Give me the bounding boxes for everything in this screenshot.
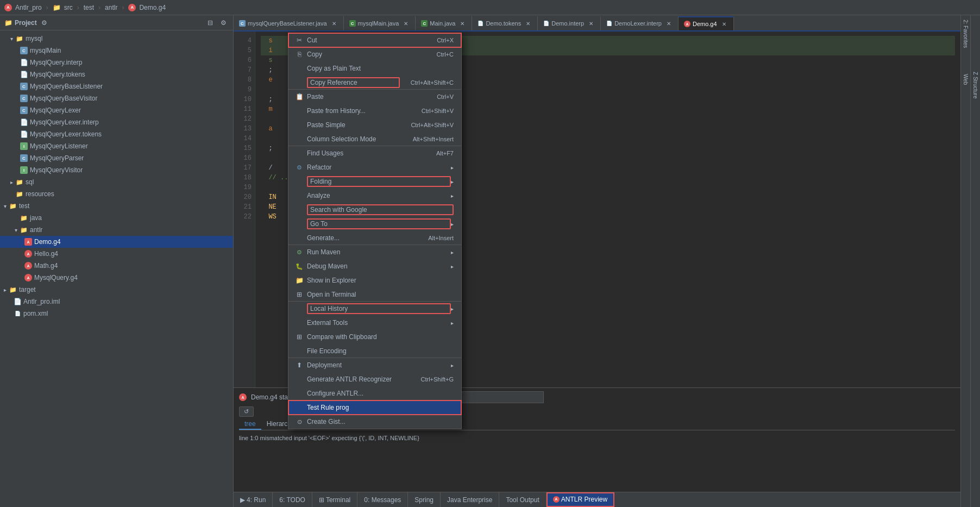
menu-item-search-google[interactable]: Search with Google	[288, 203, 461, 217]
menu-item-copy-reference[interactable]: Copy Reference Ctrl+Alt+Shift+C	[288, 76, 461, 90]
menu-item-compare-clipboard[interactable]: ⊞ Compare with Clipboard	[288, 330, 461, 344]
tree-item-target[interactable]: ▸ 📁 target	[0, 284, 233, 296]
menu-item-run-maven[interactable]: ⚙ Run Maven ▸	[288, 245, 461, 259]
tab-mysqlquerybaselistener[interactable]: C mysqlQueryBaseListener.java ✕	[234, 16, 344, 30]
run-icon: ▶	[240, 496, 245, 504]
show-explorer-label: Show in Explorer	[307, 277, 454, 284]
tree-item-antlr[interactable]: ▾ 📁 antlr	[0, 224, 233, 236]
menu-item-analyze[interactable]: Analyze ▸	[288, 189, 461, 203]
tree-item-resources[interactable]: 📁 resources	[0, 188, 233, 200]
menu-item-column-select[interactable]: Column Selection Mode Alt+Shift+Insert	[288, 132, 461, 146]
menu-item-paste[interactable]: 📋 Paste Ctrl+V	[288, 90, 461, 104]
refresh-button[interactable]: ↺	[239, 406, 254, 417]
tree-item-mysqlquery-tokens[interactable]: 📄 MysqlQuery.tokens	[0, 68, 233, 80]
separator-3: ›	[98, 4, 100, 11]
tree-item-mysql[interactable]: ▾ 📁 mysql	[0, 33, 233, 45]
tree-item-mysqlqueryvisitor[interactable]: I MysqlQueryVisitor	[0, 164, 233, 176]
menu-item-paste-simple[interactable]: Paste Simple Ctrl+Alt+Shift+V	[288, 118, 461, 132]
parse-tree-tab-tree[interactable]: tree	[239, 419, 261, 430]
tree-item-mysqlquerylistener[interactable]: I MysqlQueryListener	[0, 140, 233, 152]
tab-main[interactable]: C Main.java ✕	[416, 16, 472, 30]
settings-icon[interactable]: ⚙	[218, 17, 229, 28]
menu-item-copy[interactable]: ⎘ Copy Ctrl+C	[288, 47, 461, 61]
tree-item-mysqlquery-g4[interactable]: A MysqlQuery.g4	[0, 272, 233, 284]
tree-item-test[interactable]: ▾ 📁 test	[0, 200, 233, 212]
favorites-label[interactable]: 2: Favorites	[962, 17, 970, 50]
menu-item-show-explorer[interactable]: 📁 Show in Explorer	[288, 273, 461, 287]
tree-item-mysqlmain[interactable]: C mysqlMain	[0, 45, 233, 57]
tree-item-mysqlquerylexer-interp[interactable]: 📄 MysqlQueryLexer.interp	[0, 116, 233, 128]
tree-item-mysqlquerylexer[interactable]: C MysqlQueryLexer	[0, 104, 233, 116]
menu-item-folding[interactable]: Folding ▸	[288, 174, 461, 189]
bottom-tab-spring[interactable]: Spring	[408, 492, 441, 507]
bottom-tab-java-enterprise[interactable]: Java Enterprise	[441, 492, 499, 507]
tab-close-3[interactable]: ✕	[458, 20, 466, 27]
refactor-label: Refactor	[307, 164, 449, 171]
bottom-tab-antlr-preview[interactable]: A ANTLR Preview	[546, 492, 614, 507]
tokens-icon: 📄	[20, 70, 28, 79]
tree-item-pom-xml[interactable]: 📄 pom.xml	[0, 308, 233, 320]
run-maven-arrow: ▸	[451, 249, 454, 255]
tab-close-7[interactable]: ✕	[720, 20, 728, 28]
tab-demo-tokens[interactable]: 📄 Demo.tokens ✕	[472, 16, 538, 30]
generate-antlr-label: Generate ANTLR Recognizer	[307, 375, 410, 383]
menu-item-create-gist[interactable]: ⊙ Create Gist...	[288, 415, 461, 429]
menu-item-test-rule[interactable]: Test Rule prog	[288, 400, 461, 415]
java-enterprise-label: Java Enterprise	[447, 496, 492, 504]
chevron-antlr: ▾	[13, 227, 18, 233]
menu-item-file-encoding[interactable]: File Encoding	[288, 344, 461, 358]
menu-item-deployment[interactable]: ⬆ Deployment ▸	[288, 358, 461, 372]
menu-item-goto[interactable]: Go To ▸	[288, 217, 461, 231]
test-label: test	[84, 4, 94, 11]
tree-item-hello-g4[interactable]: A Hello.g4	[0, 248, 233, 260]
tab-close-4[interactable]: ✕	[524, 20, 532, 27]
structure-label[interactable]: Z Structure	[971, 70, 979, 101]
tab-mysqlmain[interactable]: C mysqlMain.java ✕	[344, 16, 416, 30]
menu-item-open-terminal[interactable]: ⊞ Open in Terminal	[288, 287, 461, 302]
tab-demo-interp[interactable]: 📄 Demo.interp ✕	[538, 16, 601, 30]
tab-close-1[interactable]: ✕	[330, 20, 338, 27]
menu-item-local-history[interactable]: Local History ▸	[288, 302, 461, 316]
menu-item-paste-history[interactable]: Paste from History... Ctrl+Shift+V	[288, 104, 461, 118]
tree-item-mysqlquerybasevisitor[interactable]: C MysqlQueryBaseVisitor	[0, 92, 233, 104]
tree-item-antlr-iml[interactable]: 📄 Antlr_pro.iml	[0, 296, 233, 308]
messages-label: 0: Messages	[364, 496, 401, 504]
tab-demo-g4[interactable]: A Demo.g4 ✕	[679, 16, 734, 30]
bottom-tab-run[interactable]: ▶ 4: Run	[234, 492, 273, 507]
cog-icon[interactable]: ⚙	[39, 17, 50, 28]
menu-item-generate-antlr[interactable]: Generate ANTLR Recognizer Ctrl+Shift+G	[288, 372, 461, 386]
run-maven-label: Run Maven	[307, 248, 449, 256]
collapse-icon[interactable]: ⊟	[205, 17, 216, 28]
web-label[interactable]: Web	[962, 72, 970, 87]
bottom-tab-todo[interactable]: 6: TODO	[273, 492, 312, 507]
menu-item-generate[interactable]: Generate... Alt+Insert	[288, 231, 461, 245]
bottom-tab-terminal[interactable]: ⊞ Terminal	[312, 492, 357, 507]
tab-demolexer-interp[interactable]: 📄 DemoLexer.interp ✕	[601, 16, 679, 30]
menu-item-find-usages[interactable]: Find Usages Alt+F7	[288, 146, 461, 160]
tree-item-sql[interactable]: ▸ 📁 sql	[0, 176, 233, 188]
tree-item-math-g4[interactable]: A Math.g4	[0, 260, 233, 272]
tab-close-5[interactable]: ✕	[587, 20, 595, 27]
menu-item-configure-antlr[interactable]: Configure ANTLR...	[288, 386, 461, 400]
tree-item-mysqlquerybaselistener[interactable]: C MysqlQueryBaseListener	[0, 80, 233, 92]
todo-label: 6: TODO	[279, 496, 305, 504]
antlr-preview-tab-icon: A	[553, 496, 560, 503]
tree-item-mysqlquery-interp[interactable]: 📄 MysqlQuery.interp	[0, 57, 233, 68]
menu-item-external-tools[interactable]: External Tools ▸	[288, 316, 461, 330]
spring-label: Spring	[414, 496, 434, 504]
tab-bar: C mysqlQueryBaseListener.java ✕ C mysqlM…	[234, 15, 960, 32]
menu-item-cut[interactable]: ✂ Cut Ctrl+X	[288, 33, 461, 47]
bottom-tab-tool-output[interactable]: Tool Output	[499, 492, 546, 507]
tree-item-mysqlqueryparser[interactable]: C MysqlQueryParser	[0, 152, 233, 164]
tab-close-2[interactable]: ✕	[402, 20, 410, 27]
tree-item-java[interactable]: 📁 java	[0, 212, 233, 224]
menu-item-refactor[interactable]: ⚙ Refactor ▸	[288, 160, 461, 174]
tab-close-6[interactable]: ✕	[665, 20, 673, 27]
tree-item-mysqlquerylexer-tokens[interactable]: 📄 MysqlQueryLexer.tokens	[0, 128, 233, 140]
bottom-tab-messages[interactable]: 0: Messages	[357, 492, 408, 507]
menu-item-debug-maven[interactable]: 🐛 Debug Maven ▸	[288, 259, 461, 273]
menu-item-copy-plain[interactable]: Copy as Plain Text	[288, 61, 461, 76]
tree-item-demo-g4[interactable]: A Demo.g4	[0, 236, 233, 248]
project-folder-icon: 📁	[4, 19, 12, 27]
find-usages-shortcut: Alt+F7	[436, 150, 454, 157]
